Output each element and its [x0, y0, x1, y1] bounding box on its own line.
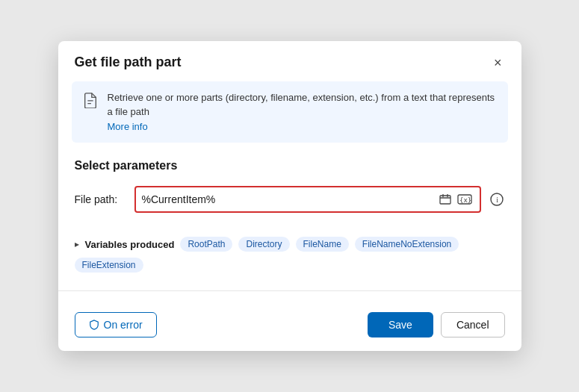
info-banner: Retrieve one or more parts (directory, f…	[72, 81, 508, 143]
dialog-header: Get file path part ×	[58, 41, 521, 81]
var-badge-filename: FileName	[296, 237, 349, 252]
var-badge-fileextension: FileExtension	[75, 258, 143, 273]
cancel-button[interactable]: Cancel	[441, 312, 505, 337]
close-button[interactable]: ×	[491, 55, 505, 71]
svg-text:{x}: {x}	[459, 196, 471, 204]
on-error-label: On error	[104, 319, 143, 331]
var-badge-directory: Directory	[238, 237, 289, 252]
file-icon	[82, 92, 99, 111]
file-path-row: File path: {x}	[75, 186, 505, 213]
dialog-container: Get file path part × Retrieve one or mor…	[58, 41, 521, 352]
variable-picker-icon-button[interactable]: {x}	[456, 192, 474, 207]
var-badge-filenamenoext: FileNameNoExtension	[355, 237, 459, 252]
svg-rect-2	[440, 196, 450, 204]
info-text-area: Retrieve one or more parts (directory, f…	[108, 90, 498, 134]
on-error-button[interactable]: On error	[75, 312, 157, 337]
more-info-link[interactable]: More info	[108, 121, 148, 132]
info-description: Retrieve one or more parts (directory, f…	[108, 92, 495, 118]
dialog-footer: On error Save Cancel	[58, 290, 521, 351]
svg-text:i: i	[496, 196, 498, 204]
field-icons: {x}	[438, 192, 474, 207]
shield-icon	[89, 320, 99, 330]
file-path-input[interactable]	[142, 193, 438, 205]
file-path-label: File path:	[75, 193, 127, 205]
field-info-button[interactable]: i	[489, 191, 505, 208]
variables-label: Variables produced	[85, 239, 175, 250]
params-title: Select parameters	[75, 159, 505, 172]
dialog-title: Get file path part	[75, 55, 182, 70]
var-badge-rootpath: RootPath	[180, 237, 232, 252]
footer-right-buttons: Save Cancel	[368, 312, 505, 337]
params-section: Select parameters File path:	[58, 143, 521, 213]
save-button[interactable]: Save	[368, 312, 433, 337]
file-picker-icon-button[interactable]	[438, 192, 453, 207]
variables-row: ▸ Variables produced RootPath Directory …	[58, 229, 521, 273]
file-path-input-wrap: {x}	[134, 186, 481, 213]
expand-icon[interactable]: ▸	[75, 239, 79, 249]
